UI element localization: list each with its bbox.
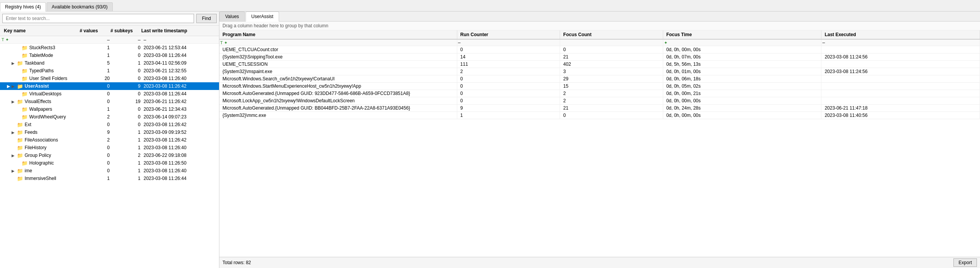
tree-row[interactable]: 📁 ImmersiveShell 1 1 2023-03-08 11:26:44 bbox=[0, 175, 219, 182]
top-tab-bar: Registry hives (4) Available bookmarks (… bbox=[0, 0, 980, 12]
row-key-name: TabletMode bbox=[29, 53, 53, 58]
filter-icon-name: T ✦ bbox=[2, 37, 9, 42]
cell-focus-count: 2 bbox=[560, 97, 663, 105]
data-table: Program Name Run Counter Focus Count Foc… bbox=[219, 30, 980, 119]
row-subkeys: 0 bbox=[111, 68, 142, 74]
row-key-name: Feeds bbox=[25, 130, 37, 135]
col-header-numsubkeys[interactable]: # subkeys bbox=[109, 27, 140, 34]
cell-run-counter: 2 bbox=[457, 68, 560, 75]
cell-program-name: Microsoft.AutoGenerated.{Unmapped GUID: … bbox=[219, 90, 457, 97]
col-header-lastwrite[interactable]: Last write timestamp bbox=[140, 27, 217, 34]
folder-icon: 📁 bbox=[22, 53, 28, 58]
table-row[interactable]: {System32}\mmc.exe 1 0 0d, 0h, 00m, 00s … bbox=[219, 112, 980, 119]
row-key-name: Wallpapers bbox=[29, 107, 52, 112]
row-values: 9 bbox=[80, 129, 111, 135]
cell-focus-time: 0d, 0h, 00m, 00s bbox=[663, 46, 821, 53]
row-timestamp: 2023-03-08 11:26:50 bbox=[142, 160, 219, 166]
tree-row[interactable]: ▶ 📁 VisualEffects 0 19 2023-06-21 11:26:… bbox=[0, 98, 219, 105]
cell-focus-count: 402 bbox=[560, 61, 663, 68]
row-timestamp: 2023-03-08 11:26:42 bbox=[142, 137, 219, 143]
expand-arrow: ▶ bbox=[12, 169, 16, 173]
col-header-focus-time[interactable]: Focus Time bbox=[663, 30, 821, 39]
table-row[interactable]: UEME_CTLSESSION 111 402 0d, 5h, 56m, 13s bbox=[219, 61, 980, 68]
row-timestamp: 2023-06-21 12:34:43 bbox=[142, 106, 219, 112]
row-timestamp: 2023-03-08 11:26:42 bbox=[142, 83, 219, 89]
tab-values[interactable]: Values bbox=[219, 12, 245, 21]
cell-run-counter: 0 bbox=[457, 90, 560, 97]
tab-registry-hives[interactable]: Registry hives (4) bbox=[0, 2, 46, 12]
col-header-focus-count[interactable]: Focus Count bbox=[560, 30, 663, 39]
col-header-numvalues[interactable]: # values bbox=[78, 27, 109, 34]
left-panel: Find Key name # values # subkeys Last wr… bbox=[0, 12, 219, 268]
col-header-run-counter[interactable]: Run Counter bbox=[457, 30, 560, 39]
tree-row[interactable]: 📁 VirtualDesktops 0 0 2023-03-08 11:26:4… bbox=[0, 90, 219, 98]
folder-icon: 📁 bbox=[22, 45, 28, 51]
filter-values: – bbox=[80, 37, 111, 43]
tree-row[interactable]: 📁 TabletMode 1 0 2023-03-08 11:26:44 bbox=[0, 52, 219, 59]
tab-userassist[interactable]: UserAssist bbox=[246, 12, 279, 22]
right-tab-bar: Values UserAssist bbox=[219, 12, 980, 22]
cell-program-name: Microsoft.LockApp_cw5n1h2txyewy!WindowsD… bbox=[219, 97, 457, 105]
cell-last-executed: 2023-03-08 11:40:56 bbox=[821, 112, 980, 119]
col-header-program-name[interactable]: Program Name bbox=[219, 30, 457, 39]
tree-row[interactable]: 📁 FileAssociations 2 1 2023-03-08 11:26:… bbox=[0, 136, 219, 144]
folder-icon: 📁 bbox=[17, 145, 23, 151]
tree-row[interactable]: ▶ 📁 ime 0 1 2023-03-08 11:26:40 bbox=[0, 167, 219, 175]
table-row[interactable]: Microsoft.Windows.StartMenuExperienceHos… bbox=[219, 83, 980, 90]
tree-row[interactable]: 📁 User Shell Folders 20 0 2023-03-08 11:… bbox=[0, 75, 219, 82]
cell-program-name: Microsoft.Windows.StartMenuExperienceHos… bbox=[219, 83, 457, 90]
row-timestamp: 2023-03-08 11:26:44 bbox=[142, 175, 219, 181]
row-subkeys: 9 bbox=[111, 83, 142, 89]
tree-row[interactable]: 📁 StuckRects3 1 0 2023-06-21 12:53:44 bbox=[0, 44, 219, 52]
folder-icon: 📁 bbox=[22, 76, 28, 82]
expand-arrow: ▶ bbox=[12, 153, 16, 158]
col-header-keyname[interactable]: Key name bbox=[2, 27, 78, 34]
tree-column-headers: Key name # values # subkeys Last write t… bbox=[0, 26, 219, 36]
cell-run-counter: 0 bbox=[457, 83, 560, 90]
tree-row[interactable]: ▶ 📁 Taskband 5 1 2023-04-11 02:56:09 bbox=[0, 59, 219, 67]
row-key-name: Group Policy bbox=[25, 153, 51, 158]
table-row[interactable]: Microsoft.Windows.Search_cw5n1h2txyewy!C… bbox=[219, 75, 980, 83]
row-subkeys: 1 bbox=[111, 145, 142, 151]
tree-row[interactable]: 📁 TypedPaths 1 0 2023-06-21 12:32:55 bbox=[0, 67, 219, 75]
table-row[interactable]: {System32}\SnippingTool.exe 14 21 0d, 0h… bbox=[219, 53, 980, 61]
export-button[interactable]: Export bbox=[953, 258, 977, 267]
row-subkeys: 0 bbox=[111, 106, 142, 112]
tree-row[interactable]: 📁 Ext 0 0 2023-03-08 11:26:42 bbox=[0, 121, 219, 128]
row-key-name: VisualEffects bbox=[25, 99, 51, 104]
row-values: 0 bbox=[80, 152, 111, 158]
table-row[interactable]: {System32}\mspaint.exe 2 3 0d, 0h, 01m, … bbox=[219, 68, 980, 75]
tree-row[interactable]: ▶ 📁 Group Policy 0 2 2023-06-22 09:18:08 bbox=[0, 151, 219, 159]
row-timestamp: 2023-03-09 09:19:52 bbox=[142, 129, 219, 135]
data-table-container[interactable]: Program Name Run Counter Focus Count Foc… bbox=[219, 30, 980, 257]
table-row[interactable]: UEME_CTLCUACount:ctor 0 0 0d, 0h, 00m, 0… bbox=[219, 46, 980, 53]
tree-row-userassist[interactable]: ▶ ▶ 📁 UserAssist 0 9 2023-03-08 11:26:42 bbox=[0, 82, 219, 90]
table-row[interactable]: Microsoft.AutoGenerated.{Unmapped GUID: … bbox=[219, 90, 980, 97]
tree-row[interactable]: 📁 Wallpapers 1 0 2023-06-21 12:34:43 bbox=[0, 105, 219, 113]
total-rows-label: Total rows: 82 bbox=[222, 260, 251, 265]
table-row[interactable]: Microsoft.AutoGenerated.{Unmapped GUID: … bbox=[219, 105, 980, 112]
tree-row[interactable]: ▶ 📁 Feeds 9 1 2023-03-09 09:19:52 bbox=[0, 128, 219, 136]
tree-row[interactable]: 📁 Holographic 0 1 2023-03-08 11:26:50 bbox=[0, 159, 219, 167]
row-values: 0 bbox=[80, 145, 111, 151]
col-header-last-executed[interactable]: Last Executed bbox=[821, 30, 980, 39]
find-button[interactable]: Find bbox=[196, 14, 217, 23]
cell-focus-time: 0d, 0h, 07m, 00s bbox=[663, 53, 821, 61]
tab-available-bookmarks[interactable]: Available bookmarks (93/0) bbox=[47, 2, 112, 11]
tree-row[interactable]: 📁 WordWheelQuery 2 0 2023-06-14 09:07:23 bbox=[0, 113, 219, 121]
expand-arrow: ▶ bbox=[12, 130, 16, 135]
row-subkeys: 0 bbox=[111, 52, 142, 58]
cell-last-executed bbox=[821, 61, 980, 68]
cell-focus-count: 21 bbox=[560, 53, 663, 61]
row-key-name: VirtualDesktops bbox=[29, 91, 62, 97]
search-input[interactable] bbox=[2, 14, 194, 23]
row-key-name: Holographic bbox=[29, 160, 54, 166]
cell-focus-time: 0d, 0h, 06m, 18s bbox=[663, 75, 821, 83]
tree-row[interactable]: 📁 FileHistory 0 1 2023-03-08 11:26:40 bbox=[0, 144, 219, 151]
cell-focus-time: 0d, 0h, 24m, 28s bbox=[663, 105, 821, 112]
row-timestamp: 2023-04-11 02:56:09 bbox=[142, 60, 219, 66]
cell-run-counter: 0 bbox=[457, 46, 560, 53]
cell-program-name: {System32}\mmc.exe bbox=[219, 112, 457, 119]
table-row[interactable]: Microsoft.LockApp_cw5n1h2txyewy!WindowsD… bbox=[219, 97, 980, 105]
folder-icon: 📁 bbox=[17, 122, 23, 128]
